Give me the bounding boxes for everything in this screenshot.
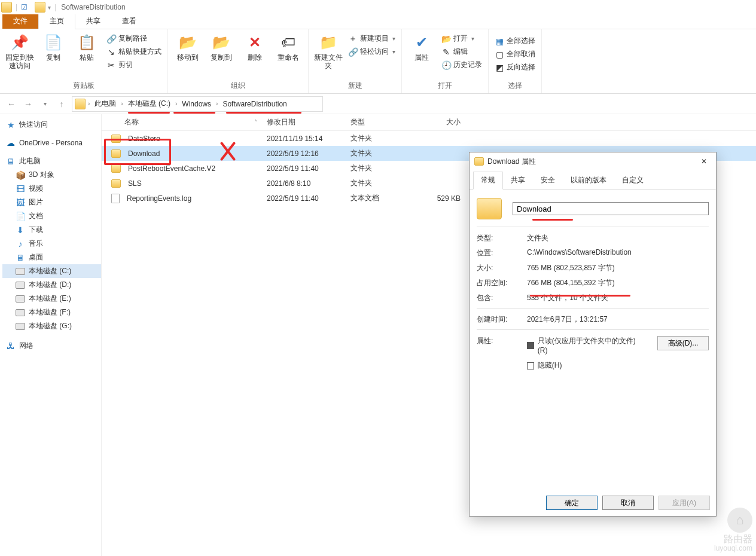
col-date[interactable]: 修改日期 [262, 114, 346, 130]
tree-item[interactable]: 🖥桌面 [2, 250, 101, 264]
chevron-icon[interactable]: › [87, 100, 91, 107]
pin-icon: 📌 [10, 34, 29, 51]
copy-button[interactable]: 📄复制 [38, 32, 68, 62]
dialog-title-bar[interactable]: Download 属性 ✕ [470, 152, 716, 170]
copyto-button[interactable]: 📂复制到 [206, 32, 236, 62]
properties-button[interactable]: ✔属性 [407, 32, 437, 62]
dialog-tab-share[interactable]: 共享 [503, 172, 533, 189]
tree-thispc[interactable]: 🖥此电脑 [2, 154, 101, 168]
group-select: 选择 [493, 81, 536, 92]
ok-button[interactable]: 确定 [546, 496, 598, 510]
col-name[interactable]: 名称˄ [106, 114, 262, 130]
group-clipboard: 剪贴板 [5, 81, 163, 92]
tree-disk[interactable]: 本地磁盘 (C:) [2, 264, 101, 278]
dialog-tab-general[interactable]: 常规 [473, 172, 503, 190]
newfolder-button[interactable]: 📁新建文件夹 [313, 32, 343, 71]
lbl-disk: 占用空间: [477, 278, 527, 288]
open-button[interactable]: 📂打开▾ [440, 33, 483, 44]
delete-button[interactable]: ✕删除 [240, 32, 270, 62]
hidden-checkbox[interactable]: 隐藏(H) [527, 361, 645, 371]
column-headers[interactable]: 名称˄ 修改日期 类型 大小 [102, 114, 756, 131]
qat-dropdown-icon[interactable]: ▾ [48, 4, 51, 11]
selectall-button[interactable]: ▦全部选择 [493, 35, 536, 47]
cut-icon: ✂ [106, 60, 116, 70]
tree-disk[interactable]: 本地磁盘 (G:) [2, 319, 101, 333]
recent-dropdown[interactable]: ▾ [38, 97, 51, 111]
apply-button[interactable]: 应用(A) [659, 496, 710, 510]
dialog-tab-versions[interactable]: 以前的版本 [563, 172, 614, 189]
col-size[interactable]: 大小 [417, 114, 465, 130]
readonly-checkbox[interactable]: 只读(仅应用于文件夹中的文件)(R) [527, 336, 645, 355]
rename-button[interactable]: 🏷重命名 [273, 32, 303, 62]
tree-item[interactable]: 📄文档 [2, 209, 101, 223]
val-contains: 535 个文件，10 个文件夹 [527, 293, 709, 303]
tree-disk[interactable]: 本地磁盘 (E:) [2, 292, 101, 306]
cancel-button[interactable]: 取消 [602, 496, 654, 510]
file-date: 2022/5/19 11:40 [262, 193, 346, 204]
up-button[interactable]: ↑ [55, 97, 68, 111]
tab-share[interactable]: 共享 [75, 14, 111, 29]
breadcrumb-seg-1[interactable]: 本地磁盘 (C:) [124, 97, 174, 110]
val-location: C:\Windows\SoftwareDistribution [527, 248, 709, 258]
tree-disk[interactable]: 本地磁盘 (F:) [2, 306, 101, 319]
history-button[interactable]: 🕘历史记录 [440, 59, 483, 71]
open-icon: 📂 [441, 34, 451, 44]
paste-button[interactable]: 📋粘贴 [72, 32, 102, 62]
selectnone-button[interactable]: ▢全部取消 [493, 48, 536, 60]
group-open: 打开 [407, 81, 483, 92]
breadcrumb-root-icon [75, 99, 86, 109]
paste-shortcut-button[interactable]: ↘粘贴快捷方式 [105, 46, 163, 57]
copy-path-button[interactable]: 🔗复制路径 [105, 33, 163, 44]
invert-button[interactable]: ◩反向选择 [493, 62, 536, 73]
tree-item[interactable]: 🎞视频 [2, 182, 101, 195]
back-button[interactable]: ← [5, 97, 18, 111]
tab-view[interactable]: 查看 [111, 14, 147, 29]
dialog-tab-custom[interactable]: 自定义 [614, 172, 651, 189]
tree-network[interactable]: 🖧网络 [2, 339, 101, 353]
tree-onedrive[interactable]: ☁OneDrive - Persona [2, 136, 101, 149]
file-type: 文本文档 [346, 192, 417, 204]
folder-large-icon [477, 198, 502, 219]
rename-icon: 🏷 [279, 34, 298, 51]
file-type: 文件夹 [346, 177, 417, 190]
edit-button[interactable]: ✎编辑 [440, 46, 483, 57]
folder-name-field[interactable] [513, 202, 709, 215]
forward-button[interactable]: → [22, 97, 35, 111]
dialog-tab-security[interactable]: 安全 [533, 172, 563, 189]
breadcrumb-seg-3[interactable]: SoftwareDistribution [219, 99, 290, 109]
val-created: 2021年6月7日，13:21:57 [527, 314, 709, 325]
breadcrumb[interactable]: › 此电脑› 本地磁盘 (C:)› Windows› SoftwareDistr… [72, 96, 323, 112]
tab-file[interactable]: 文件 [2, 14, 38, 29]
tree-item[interactable]: 📦3D 对象 [2, 168, 101, 182]
lbl-size: 大小: [477, 263, 527, 273]
file-type: 文件夹 [346, 132, 417, 145]
pin-button[interactable]: 📌固定到快速访问 [5, 32, 35, 71]
file-type: 文件夹 [346, 147, 417, 160]
cut-button[interactable]: ✂剪切 [105, 59, 163, 71]
qat-checkbox-icon[interactable]: ☑ [21, 3, 28, 11]
breadcrumb-seg-2[interactable]: Windows [178, 99, 215, 109]
tree-disk[interactable]: 本地磁盘 (D:) [2, 278, 101, 292]
col-type[interactable]: 类型 [346, 114, 417, 130]
tree-item[interactable]: ♪音乐 [2, 237, 101, 250]
disk-icon [16, 268, 25, 275]
file-size [417, 138, 465, 140]
easyaccess-button[interactable]: 🔗轻松访问▾ [347, 46, 397, 57]
tree-item-icon: ⬇ [16, 225, 25, 235]
qat-folder-icon[interactable] [35, 2, 45, 13]
tree-item[interactable]: 🖼图片 [2, 195, 101, 209]
tree-item-icon: 🖥 [16, 253, 25, 262]
breadcrumb-seg-0[interactable]: 此电脑 [91, 97, 120, 110]
file-row[interactable]: DataStore2021/11/19 15:14文件夹 [102, 131, 756, 146]
tree-item[interactable]: ⬇下载 [2, 223, 101, 237]
file-type: 文件夹 [346, 162, 417, 175]
tab-home[interactable]: 主页 [38, 13, 75, 29]
window-title: SoftwareDistribution [61, 3, 125, 11]
nav-tree[interactable]: ★快速访问 ☁OneDrive - Persona 🖥此电脑 📦3D 对象🎞视频… [0, 114, 102, 556]
selectall-icon: ▦ [495, 36, 504, 46]
newitem-button[interactable]: ＋新建项目▾ [347, 33, 397, 44]
tree-quick-access[interactable]: ★快速访问 [2, 118, 101, 132]
advanced-button[interactable]: 高级(D)... [657, 336, 709, 350]
moveto-button[interactable]: 📂移动到 [173, 32, 203, 62]
close-button[interactable]: ✕ [697, 154, 711, 169]
